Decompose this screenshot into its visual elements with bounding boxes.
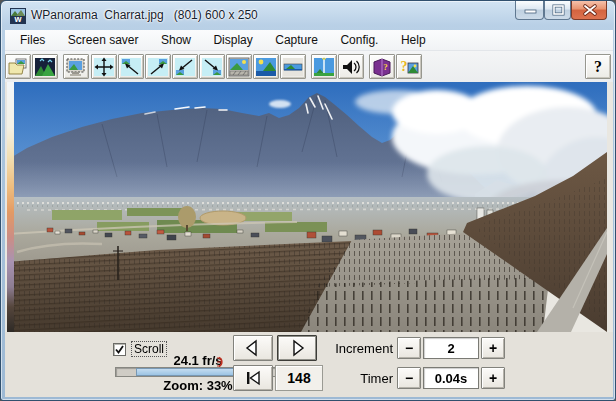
increment-label: Increment [307,341,393,356]
scroll-down-left-button[interactable] [172,54,198,79]
about-icon: ? [398,57,420,77]
scroll-up-right-button[interactable] [145,54,171,79]
maximize-icon [545,1,572,20]
about-button[interactable]: ? [396,54,422,79]
caption-buttons [515,1,607,20]
timer-decrease-button[interactable]: − [397,367,421,389]
arrow-up-right-icon [147,57,169,77]
left-triangle-icon [243,339,263,357]
help-book-button[interactable]: ? [369,54,395,79]
titlebar[interactable]: w WPanorama Charrat.jpg (801) 600 x 250 [1,1,615,30]
pan-all-directions-button[interactable] [91,54,117,79]
speaker-icon [340,57,362,77]
screensaver-button[interactable] [32,54,58,79]
right-triangle-icon [287,339,307,357]
control-panel: Scroll 24.1 fr/s Zoom: 33% 14 [5,332,613,397]
open-image-button[interactable] [5,54,31,79]
vertical-panorama-icon [313,57,335,77]
menu-show[interactable]: Show [152,30,200,51]
timer-value: 0.04s [423,367,479,389]
svg-text:?: ? [401,59,408,74]
menubar: Files Screen saver Show Display Capture … [5,30,613,51]
scroll-up-left-button[interactable] [118,54,144,79]
folder-image-icon [7,57,29,77]
maximize-button[interactable] [544,1,571,20]
panorama-strip-icon [282,57,304,77]
window-title: WPanorama Charrat.jpg (801) 600 x 250 [31,1,258,30]
window-scrollbar-icon [228,57,250,77]
menu-config[interactable]: Config. [331,30,387,51]
increment-value: 2 [423,337,479,359]
help-book-icon: ? [371,57,393,77]
help-button[interactable]: ? [585,54,611,79]
close-button[interactable] [571,1,607,20]
minimize-icon [516,1,545,20]
sound-button[interactable] [338,54,364,79]
menu-capture[interactable]: Capture [266,30,327,51]
menu-help[interactable]: Help [392,30,435,51]
menu-files[interactable]: Files [11,30,54,51]
arrow-up-left-icon [120,57,142,77]
scroll-left-button[interactable] [233,335,273,361]
monitor-icon [65,57,87,77]
svg-text:w: w [13,14,22,24]
panorama-image [7,82,607,332]
arrow-down-left-icon [174,57,196,77]
menu-display[interactable]: Display [204,30,261,51]
scroll-down-right-button[interactable] [199,54,225,79]
landscape-icon [255,57,277,77]
window-view-button[interactable] [226,54,252,79]
vertical-panorama-button[interactable] [311,54,337,79]
screensaver-icon [34,57,56,77]
toolbar: ? ? ? [5,51,613,82]
increment-increase-button[interactable]: + [481,337,505,359]
go-to-start-button[interactable] [233,365,273,391]
timer-label: Timer [307,371,393,386]
wpanorama-window: w WPanorama Charrat.jpg (801) 600 x 250 [0,0,616,401]
full-image-view-button[interactable] [253,54,279,79]
close-icon [572,1,608,20]
arrow-down-right-icon [201,57,223,77]
four-arrows-icon [93,57,115,77]
increment-decrease-button[interactable]: − [397,337,421,359]
app-icon: w [10,8,26,24]
minimize-button[interactable] [515,1,544,20]
panorama-viewport[interactable] [5,82,613,332]
fullscreen-monitor-button[interactable] [63,54,89,79]
timer-increase-button[interactable]: + [481,367,505,389]
strip-view-button[interactable] [280,54,306,79]
svg-text:?: ? [383,62,388,72]
skip-to-start-icon [243,369,263,387]
menu-screen-saver[interactable]: Screen saver [59,30,148,51]
